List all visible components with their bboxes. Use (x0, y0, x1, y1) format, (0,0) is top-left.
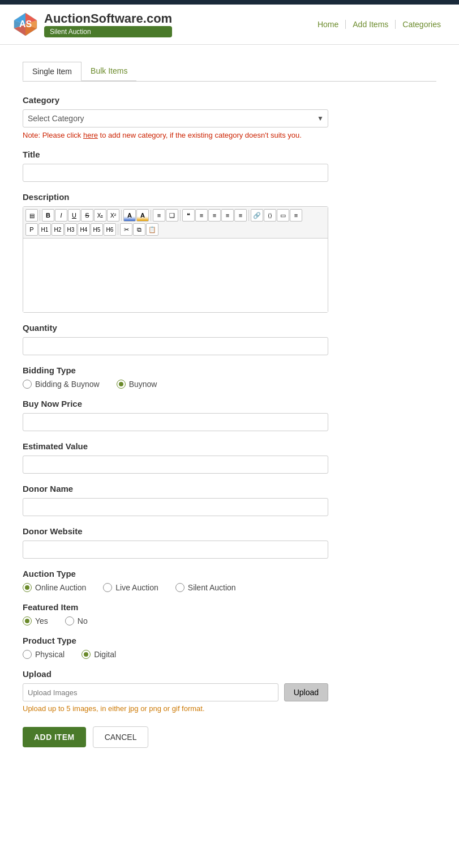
radio-no[interactable]: No (65, 616, 88, 626)
radio-online-auction[interactable]: Online Auction (23, 583, 86, 592)
editor-toolbar: ▤ B I U S X₂ X² A A ≡ ❑ ❝ ≡ ≡ ≡ ≡ (23, 207, 328, 239)
title-input[interactable] (23, 164, 328, 182)
brand-info: AuctionSoftware.com Silent Auction (44, 11, 172, 37)
estimated-value-label: Estimated Value (23, 441, 436, 451)
nav-home[interactable]: Home (311, 20, 346, 29)
logo-area: AS AuctionSoftware.com Silent Auction (11, 10, 172, 39)
header-bar (0, 0, 459, 5)
radio-physical[interactable]: Physical (23, 650, 65, 659)
category-select-wrapper: Select Category ▼ (23, 109, 328, 127)
radio-silent-auction[interactable]: Silent Auction (175, 583, 236, 592)
description-label: Description (23, 192, 436, 202)
radio-live-indicator (103, 583, 112, 592)
radio-yes[interactable]: Yes (23, 616, 48, 626)
toolbar-cut-btn[interactable]: ✂ (120, 223, 132, 236)
radio-buynow[interactable]: Buynow (117, 380, 157, 389)
add-item-button[interactable]: ADD ITEM (23, 727, 86, 747)
toolbar-superscript-btn[interactable]: X² (107, 209, 119, 222)
toolbar-source-btn[interactable]: ▤ (25, 209, 38, 222)
upload-note: Upload up to 5 images, in either jpg or … (23, 704, 328, 713)
toolbar-copy-btn[interactable]: ⧉ (133, 223, 145, 236)
radio-digital[interactable]: Digital (81, 650, 116, 659)
note-suffix: to add new category, if the existing cat… (98, 131, 302, 139)
radio-buynow-indicator (117, 380, 126, 389)
toolbar-strike-btn[interactable]: S (81, 209, 93, 222)
estimated-value-input[interactable] (23, 456, 328, 474)
toolbar-row-1: ▤ B I U S X₂ X² A A ≡ ❑ ❝ ≡ ≡ ≡ ≡ (25, 209, 302, 222)
main-content: Single Item Bulk Items Category Select C… (0, 45, 459, 771)
radio-yes-label: Yes (35, 616, 48, 626)
note-prefix: Note: Please click (23, 131, 83, 139)
toolbar-h1-btn[interactable]: H1 (38, 223, 51, 236)
note-link[interactable]: here (83, 131, 98, 139)
nav-links: Home Add Items Categories (311, 20, 448, 29)
toolbar-alignl-btn[interactable]: ≡ (195, 209, 208, 222)
quantity-label: Quantity (23, 323, 436, 333)
divider-4 (180, 210, 181, 221)
category-select[interactable]: Select Category (23, 109, 328, 127)
radio-no-label: No (78, 616, 88, 626)
toolbar-h3-btn[interactable]: H3 (65, 223, 77, 236)
svg-text:AS: AS (19, 19, 32, 29)
divider-5 (248, 210, 249, 221)
upload-label: Upload (23, 669, 436, 679)
toolbar-link-btn[interactable]: 🔗 (251, 209, 263, 222)
upload-images-input[interactable] (23, 683, 278, 701)
toolbar-italic-btn[interactable]: I (55, 209, 67, 222)
toolbar-fontcolor-btn[interactable]: A (123, 209, 136, 222)
radio-silent-indicator (175, 583, 185, 592)
toolbar-p-btn[interactable]: P (25, 223, 38, 236)
radio-bidding-buynow-indicator (23, 380, 32, 389)
tab-bulk-items[interactable]: Bulk Items (81, 62, 136, 81)
description-editor-body[interactable] (23, 239, 328, 312)
radio-buynow-label: Buynow (129, 380, 157, 389)
radio-live-auction[interactable]: Live Auction (103, 583, 158, 592)
toolbar-h2-btn[interactable]: H2 (52, 223, 64, 236)
toolbar-ol-btn[interactable]: ❑ (166, 209, 178, 222)
toolbar-alignj-btn[interactable]: ≡ (234, 209, 247, 222)
toolbar-bgcolor-btn[interactable]: A (136, 209, 149, 222)
toolbar-alignr-btn[interactable]: ≡ (221, 209, 234, 222)
product-type-label: Product Type (23, 636, 436, 645)
toolbar-h4-btn[interactable]: H4 (78, 223, 90, 236)
action-row: ADD ITEM CANCEL (23, 726, 436, 748)
radio-no-indicator (65, 616, 74, 626)
bidding-type-group: Bidding & Buynow Buynow (23, 380, 436, 389)
radio-bidding-buynow[interactable]: Bidding & Buynow (23, 380, 100, 389)
upload-button[interactable]: Upload (284, 683, 328, 701)
toolbar-h5-btn[interactable]: H5 (91, 223, 103, 236)
radio-bidding-buynow-label: Bidding & Buynow (35, 380, 100, 389)
toolbar-h6-btn[interactable]: H6 (104, 223, 116, 236)
nav-add-items[interactable]: Add Items (346, 20, 396, 29)
donor-name-label: Donor Name (23, 484, 436, 493)
divider-2 (121, 210, 122, 221)
cancel-button[interactable]: CANCEL (93, 726, 149, 748)
toolbar-bold-btn[interactable]: B (42, 209, 54, 222)
radio-live-label: Live Auction (115, 583, 158, 592)
divider-3 (151, 210, 151, 221)
toolbar-hr-btn[interactable]: ≡ (290, 209, 302, 222)
toolbar-blockquote-btn[interactable]: ❝ (182, 209, 195, 222)
buy-now-price-label: Buy Now Price (23, 399, 436, 409)
buy-now-price-input[interactable] (23, 413, 328, 431)
radio-physical-indicator (23, 650, 32, 659)
tab-single-item[interactable]: Single Item (23, 62, 81, 81)
toolbar-subscript-btn[interactable]: X₂ (94, 209, 106, 222)
featured-item-label: Featured Item (23, 602, 436, 612)
tab-bar: Single Item Bulk Items (23, 62, 436, 82)
featured-item-group: Yes No (23, 616, 436, 626)
radio-digital-indicator (81, 650, 91, 659)
radio-physical-label: Physical (35, 650, 65, 659)
toolbar-paste-btn[interactable]: 📋 (146, 223, 158, 236)
nav-categories[interactable]: Categories (396, 20, 448, 29)
donor-name-input[interactable] (23, 498, 328, 516)
toolbar-image-btn[interactable]: ▭ (277, 209, 289, 222)
title-label: Title (23, 150, 436, 159)
toolbar-ul-btn[interactable]: ≡ (153, 209, 165, 222)
quantity-input[interactable] (23, 337, 328, 355)
toolbar-unlink-btn[interactable]: ⟨⟩ (264, 209, 276, 222)
donor-website-input[interactable] (23, 541, 328, 559)
radio-yes-indicator (23, 616, 32, 626)
toolbar-alignc-btn[interactable]: ≡ (208, 209, 221, 222)
toolbar-underline-btn[interactable]: U (68, 209, 80, 222)
